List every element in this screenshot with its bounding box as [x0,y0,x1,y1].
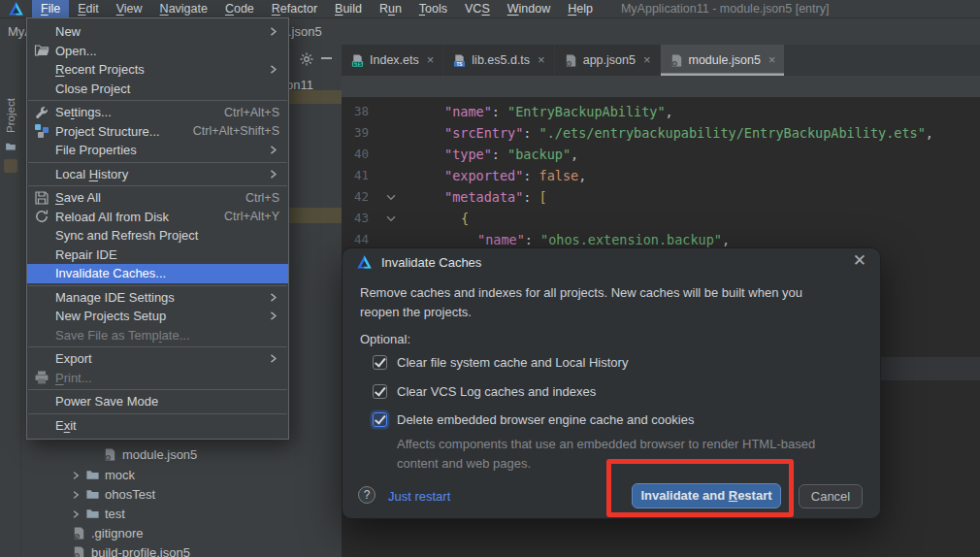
checkbox-row-delete-embedded-browser-engine-cache-and-cookies[interactable]: Delete embedded browser engine cache and… [373,412,694,427]
checkbox-box[interactable] [373,412,387,427]
menubar-item-refactor[interactable]: Refactor [263,0,326,18]
tree-item-ohostest[interactable]: ohosTest [21,485,342,504]
tab-label: module.json5 [689,53,761,67]
tree-item-mock[interactable]: mock [21,466,342,484]
tree-selection-band [284,208,342,223]
menubar-item-edit[interactable]: Edit [69,0,108,18]
menu-item-new[interactable]: New [27,22,288,42]
menu-item-save-all[interactable]: Save AllCtrl+S [27,188,288,208]
menu-item-sync-and-refresh-project[interactable]: Sync and Refresh Project [27,226,288,246]
checkbox-label: Clear file system cache and Local Histor… [397,355,628,370]
code-line: 43{ [342,208,980,229]
menu-item-power-save-mode[interactable]: Power Save Mode [27,392,288,411]
file-ts-icon: TS [452,53,467,68]
submenu-arrow-icon [267,144,279,156]
close-tab-icon[interactable]: × [538,55,545,65]
menu-item-open[interactable]: Open... [27,42,288,61]
project-stripe-button[interactable]: Project [0,91,21,140]
file-json5-icon [564,53,578,68]
menu-separator [28,389,287,390]
menu-item-file-properties[interactable]: File Properties [27,141,288,160]
menu-item-exit[interactable]: Exit [27,416,288,436]
menu-item-label: Close Project [55,82,130,96]
checkbox-row-clear-vcs-log-caches-and-indexes[interactable]: Clear VCS Log caches and indexes [373,384,596,399]
menubar-item-view[interactable]: View [108,0,151,18]
blank-icon [34,228,49,244]
tree-item-module-json5[interactable]: module.json5 [21,445,342,464]
tree-item-test[interactable]: test [21,505,342,523]
code-line: 38"name": "EntryBackupAbility", [342,101,980,122]
close-tab-icon[interactable]: × [427,55,435,65]
submenu-arrow-icon [267,63,279,76]
just-restart-link[interactable]: Just restart [388,489,450,504]
caret-line-highlight [881,357,980,380]
fold-marker-icon[interactable] [384,190,398,204]
tab-module-json5[interactable]: module.json5× [661,45,785,76]
hide-panel-icon[interactable] [321,57,332,59]
chevron-right-icon[interactable] [70,508,82,520]
chevron-right-icon[interactable] [70,489,82,501]
checkbox-label: Clear VCS Log caches and indexes [397,384,596,399]
menu-separator [28,100,287,101]
close-icon[interactable]: ✕ [853,251,866,271]
menubar-item-navigate[interactable]: Navigate [151,0,216,18]
tree-item-build-profile-json5[interactable]: build-profile.json5 [21,543,342,557]
file-json5-icon [670,53,684,68]
tab-lib-es5-d-ts[interactable]: TSlib.es5.d.ts× [443,45,553,76]
menu-item-manage-ide-settings[interactable]: Manage IDE Settings [27,288,288,308]
menu-separator [28,413,287,414]
menu-item-invalidate-caches[interactable]: Invalidate Caches... [27,264,288,283]
menubar-item-file[interactable]: File [32,0,69,18]
menu-item-recent-projects[interactable]: Recent Projects [27,60,288,80]
menubar-item-code[interactable]: Code [216,0,263,18]
menubar-item-vcs[interactable]: VCS [456,0,499,18]
dialog-body-text: reopen the projects. [360,305,472,319]
menu-item-local-history[interactable]: Local History [27,165,288,184]
floppy-icon [34,190,49,206]
checkbox-box[interactable] [373,384,387,399]
menu-item-close-project[interactable]: Close Project [27,80,288,99]
menu-item-export[interactable]: Export [27,349,288,369]
blank-icon [34,143,49,158]
line-number: 41 [342,165,369,186]
menu-item-label: Print... [55,371,92,385]
close-tab-icon[interactable]: × [768,55,776,65]
gear-icon[interactable] [299,51,314,67]
blank-icon [34,266,49,281]
checkbox-row-clear-file-system-cache-and-local-history[interactable]: Clear file system cache and Local Histor… [373,355,628,370]
menu-item-label: Save File as Template... [55,328,190,343]
printer-icon [34,370,49,385]
submenu-arrow-icon [267,310,279,322]
help-icon[interactable]: ? [358,486,376,504]
menu-item-repair-ide[interactable]: Repair IDE [27,246,288,265]
code-text: "name": "EntryBackupAbility", [444,101,673,122]
tree-item-gitignore[interactable]: .gitignore [21,524,342,542]
chevron-right-icon[interactable] [70,470,82,481]
menu-item-new-projects-setup[interactable]: New Projects Setup [27,307,288,326]
menubar-item-build[interactable]: Build [326,0,371,18]
menubar-item-window[interactable]: Window [499,0,559,18]
checkbox-box[interactable] [373,355,387,370]
ide-window: FileEditViewNavigateCodeRefactorBuildRun… [0,0,980,557]
menu-item-reload-all-from-disk[interactable]: Reload All from DiskCtrl+Alt+Y [27,208,288,227]
menu-item-label: Manage IDE Settings [55,290,175,305]
tree-item-label: test [105,507,125,521]
menubar-item-run[interactable]: Run [371,0,410,18]
blank-icon [34,417,49,433]
menu-separator [28,162,287,163]
menu-item-settings[interactable]: Settings...Ctrl+Alt+S [27,103,288,122]
menubar-item-tools[interactable]: Tools [410,0,456,18]
close-tab-icon[interactable]: × [643,55,651,65]
deveco-logo-icon [8,1,24,17]
blank-icon [34,81,49,96]
editor-tabs: ETSIndex.ets×TSlib.es5.d.ts×app.json5×mo… [342,45,980,76]
menu-item-print: Print... [27,369,288,388]
stripe-button-icon[interactable] [4,159,17,173]
fold-marker-icon[interactable] [384,212,398,225]
checkbox-label: Delete embedded browser engine cache and… [397,412,694,427]
menubar-item-help[interactable]: Help [559,0,602,18]
cancel-button[interactable]: Cancel [799,484,863,508]
tab-index-ets[interactable]: ETSIndex.ets× [342,45,442,76]
tab-app-json5[interactable]: app.json5× [555,45,660,76]
menu-item-project-structure[interactable]: Project Structure...Ctrl+Alt+Shift+S [27,122,288,142]
